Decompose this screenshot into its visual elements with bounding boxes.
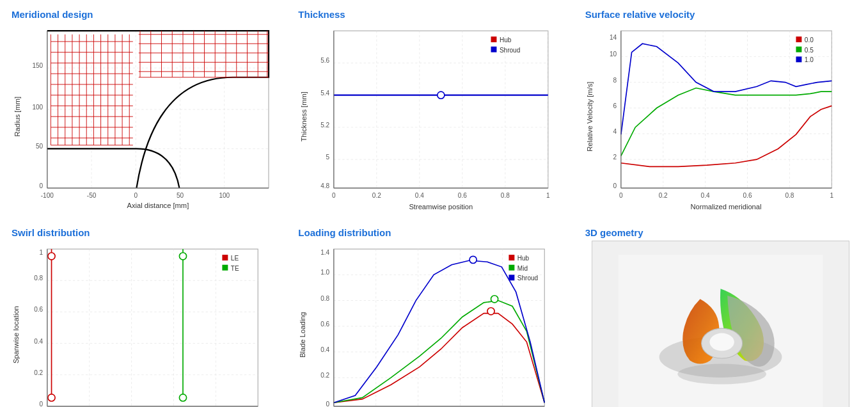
svg-rect-151 xyxy=(222,255,228,260)
svg-text:0.2: 0.2 xyxy=(658,192,667,199)
svg-text:0.4: 0.4 xyxy=(34,337,43,344)
svg-text:1: 1 xyxy=(546,192,550,199)
thickness-x-label: Streamwise position xyxy=(409,203,473,211)
svg-text:0.2: 0.2 xyxy=(321,372,330,379)
svg-text:0.4: 0.4 xyxy=(415,192,424,199)
svg-rect-118 xyxy=(796,47,801,52)
svg-text:150: 150 xyxy=(32,62,43,69)
thickness-title: Thickness xyxy=(298,9,345,20)
svg-text:5.4: 5.4 xyxy=(321,90,330,97)
svg-text:-50: -50 xyxy=(87,192,97,199)
geometry-3d-title: 3D geometry xyxy=(585,227,643,238)
svg-rect-187 xyxy=(509,275,515,280)
svg-rect-183 xyxy=(509,255,515,260)
svg-rect-86 xyxy=(491,36,497,42)
svg-text:4.8: 4.8 xyxy=(321,182,330,189)
svg-text:0.4: 0.4 xyxy=(700,192,709,199)
svg-text:0.8: 0.8 xyxy=(321,294,330,301)
svg-text:1.4: 1.4 xyxy=(321,249,330,256)
svg-text:0.6: 0.6 xyxy=(743,192,752,199)
svg-point-192 xyxy=(710,333,734,351)
loading-title: Loading distribution xyxy=(298,227,391,238)
svg-text:5.2: 5.2 xyxy=(321,122,330,129)
thickness-y-label: Thickness [mm] xyxy=(301,92,308,141)
surface-velocity-chart: 0 0.2 0.4 0.6 0.8 1 0 2 4 6 8 10 14 0.0 … xyxy=(585,22,856,218)
svg-point-136 xyxy=(179,394,186,401)
svg-text:0.6: 0.6 xyxy=(34,306,43,313)
svg-point-135 xyxy=(179,252,186,259)
svg-text:LE: LE xyxy=(231,255,239,262)
svg-text:0: 0 xyxy=(326,400,330,407)
svg-text:0.8: 0.8 xyxy=(785,192,794,199)
svg-rect-90 xyxy=(620,31,831,188)
svg-text:Shroud: Shroud xyxy=(517,275,538,282)
svg-text:6: 6 xyxy=(613,102,617,109)
thickness-panel: Thickness xyxy=(292,5,576,221)
svg-text:0: 0 xyxy=(613,182,617,189)
svg-text:1: 1 xyxy=(40,249,43,256)
svg-text:5.6: 5.6 xyxy=(321,57,330,64)
svg-text:Hub: Hub xyxy=(500,36,512,44)
svg-text:50: 50 xyxy=(36,143,43,150)
svg-text:0.6: 0.6 xyxy=(321,320,330,327)
svg-rect-185 xyxy=(509,264,515,270)
surface-velocity-title: Surface relative velocity xyxy=(585,9,695,20)
swirl-title: Swirl distribution xyxy=(12,227,90,238)
svg-rect-153 xyxy=(222,264,228,270)
svg-rect-61 xyxy=(334,31,548,188)
svg-text:0.2: 0.2 xyxy=(34,369,43,376)
surface-velocity-y-label: Relative Velocity [m/s] xyxy=(586,82,594,152)
svg-text:Shroud: Shroud xyxy=(500,47,520,54)
svg-text:100: 100 xyxy=(219,192,230,199)
svg-text:Mid: Mid xyxy=(517,264,528,271)
svg-text:10: 10 xyxy=(610,51,617,58)
loading-chart: 0 0.2 0.4 0.6 0.8 1 0 0.2 0.4 0.6 0.8 1.… xyxy=(298,241,569,408)
svg-text:0.6: 0.6 xyxy=(458,192,467,199)
surface-velocity-panel: Surface relative velocity xyxy=(579,5,863,221)
svg-text:8: 8 xyxy=(613,77,617,84)
svg-text:Hub: Hub xyxy=(517,255,530,262)
meridional-title: Meridional design xyxy=(12,9,93,20)
svg-point-72 xyxy=(438,92,445,99)
svg-point-132 xyxy=(48,252,55,259)
svg-text:0: 0 xyxy=(40,182,43,189)
svg-text:0.0: 0.0 xyxy=(804,36,813,44)
svg-text:50: 50 xyxy=(177,192,184,199)
meridional-y-label: Radius [mm] xyxy=(13,97,21,137)
svg-point-193 xyxy=(678,364,767,385)
svg-text:1.0: 1.0 xyxy=(321,269,330,276)
loading-y-label: Blade Loading xyxy=(299,312,306,357)
swirl-y-label: Spanwise location xyxy=(12,306,20,363)
svg-text:14: 14 xyxy=(610,34,617,41)
svg-text:2: 2 xyxy=(613,154,617,161)
svg-text:1.0: 1.0 xyxy=(804,56,813,63)
svg-text:0: 0 xyxy=(332,192,336,199)
svg-text:0.2: 0.2 xyxy=(372,192,381,199)
svg-text:0.8: 0.8 xyxy=(34,275,43,282)
svg-rect-122 xyxy=(47,249,258,406)
svg-text:0: 0 xyxy=(134,192,138,199)
svg-text:0.4: 0.4 xyxy=(321,346,330,353)
svg-text:-100: -100 xyxy=(41,192,54,199)
svg-text:4: 4 xyxy=(613,128,617,135)
svg-text:1: 1 xyxy=(830,192,833,199)
svg-text:0: 0 xyxy=(40,400,43,407)
svg-text:100: 100 xyxy=(32,104,43,111)
swirl-panel: Swirl distribution xyxy=(5,223,289,408)
svg-rect-0 xyxy=(47,31,269,188)
svg-text:0: 0 xyxy=(619,192,623,199)
svg-rect-120 xyxy=(796,56,801,62)
svg-point-133 xyxy=(48,394,55,401)
loading-panel: Loading distribution xyxy=(292,223,576,408)
svg-text:0.5: 0.5 xyxy=(804,47,813,54)
meridional-panel: Meridional design xyxy=(5,5,289,221)
geometry-3d-panel: 3D geometry xyxy=(579,223,863,408)
meridional-chart: -100 -50 0 50 100 0 50 100 150 Axial dis… xyxy=(12,22,283,218)
svg-rect-88 xyxy=(491,47,497,52)
svg-text:5: 5 xyxy=(326,154,330,161)
svg-text:0.8: 0.8 xyxy=(501,192,510,199)
meridional-x-label: Axial distance [mm] xyxy=(127,202,189,209)
geometry-3d-image xyxy=(592,241,849,408)
swirl-chart: 0 0.1 0.2 0.4 0.5 0.6 0 0.2 0.4 0.6 0.8 … xyxy=(12,241,283,408)
svg-point-166 xyxy=(491,295,498,302)
